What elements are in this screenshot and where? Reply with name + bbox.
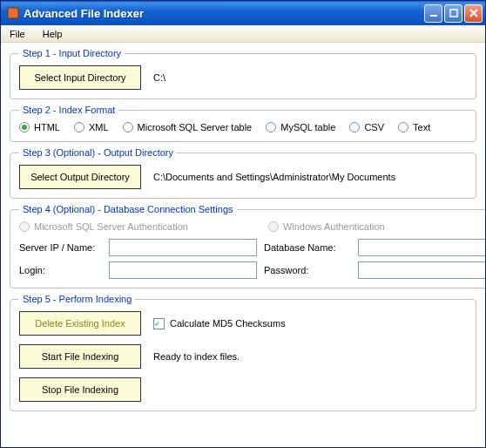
database-input[interactable] xyxy=(358,239,485,256)
close-button[interactable] xyxy=(464,4,483,23)
delete-existing-index-button[interactable]: Delete Existing Index xyxy=(19,311,141,336)
step5-legend: Step 5 - Perform Indexing xyxy=(19,294,135,304)
start-file-indexing-button[interactable]: Start File Indexing xyxy=(19,344,141,369)
stop-file-indexing-button[interactable]: Stop File Indexing xyxy=(19,377,141,402)
window-buttons xyxy=(424,4,483,23)
radio-mysql[interactable]: MySQL table xyxy=(266,122,335,132)
radio-csv[interactable]: CSV xyxy=(349,122,384,132)
step5-group: Step 5 - Perform Indexing Delete Existin… xyxy=(10,294,476,411)
login-input[interactable] xyxy=(109,261,257,279)
status-text: Ready to index files. xyxy=(153,351,240,362)
radio-dot-icon xyxy=(74,122,84,132)
password-input[interactable] xyxy=(358,261,485,279)
step2-legend: Step 2 - Index Format xyxy=(19,105,118,115)
svg-rect-1 xyxy=(430,15,437,17)
database-label: Database Name: xyxy=(264,242,351,253)
radio-dot-icon xyxy=(349,122,360,132)
select-input-directory-button[interactable]: Select Input Directory xyxy=(19,65,141,90)
step3-group: Step 3 (Optional) - Output Directory Sel… xyxy=(10,147,476,199)
radio-dot-icon xyxy=(268,221,279,232)
radio-dot-icon xyxy=(123,122,133,132)
minimize-button[interactable] xyxy=(424,4,442,23)
radio-dot-icon xyxy=(266,122,276,132)
select-output-directory-button[interactable]: Select Output Directory xyxy=(19,165,141,189)
app-window: Advanced File Indexer File Help Step 1 -… xyxy=(0,0,486,448)
radio-dot-icon xyxy=(19,221,30,232)
checkbox-icon xyxy=(153,318,165,329)
radio-label: Microsoft SQL Server table xyxy=(138,122,253,132)
maximize-button[interactable] xyxy=(444,4,462,23)
radio-label: CSV xyxy=(364,122,384,132)
app-icon xyxy=(6,6,20,20)
content-area: Step 1 - Input Directory Select Input Di… xyxy=(1,43,485,447)
step4-legend: Step 4 (Optional) - Database Connection … xyxy=(19,204,237,214)
server-label: Server IP / Name: xyxy=(19,242,102,253)
menubar: File Help xyxy=(1,25,485,43)
radio-label: XML xyxy=(89,122,109,132)
radio-dot-icon xyxy=(398,122,408,132)
step1-legend: Step 1 - Input Directory xyxy=(19,48,125,58)
radio-label: Text xyxy=(413,122,430,132)
window-title: Advanced File Indexer xyxy=(24,7,424,20)
step2-group: Step 2 - Index Format HTML XML Microsoft… xyxy=(10,105,476,142)
md5-checkbox[interactable]: Calculate MD5 Checksums xyxy=(153,318,286,329)
output-directory-path: C:\Documents and Settings\Administrator\… xyxy=(153,172,395,182)
radio-xml[interactable]: XML xyxy=(74,122,109,132)
radio-win-auth: Windows Authentication xyxy=(268,221,385,232)
radio-label: HTML xyxy=(34,122,60,132)
radio-dot-icon xyxy=(19,122,30,132)
radio-text[interactable]: Text xyxy=(398,122,430,132)
server-input[interactable] xyxy=(109,239,257,256)
svg-rect-2 xyxy=(450,10,457,17)
step4-group: Step 4 (Optional) - Database Connection … xyxy=(10,204,485,288)
radio-label: Windows Authentication xyxy=(283,221,385,232)
menu-file[interactable]: File xyxy=(4,27,30,41)
step1-group: Step 1 - Input Directory Select Input Di… xyxy=(10,48,476,99)
svg-rect-0 xyxy=(8,8,18,18)
radio-mssql[interactable]: Microsoft SQL Server table xyxy=(123,122,253,132)
radio-sql-auth: Microsoft SQL Server Authentication xyxy=(19,221,188,232)
radio-html[interactable]: HTML xyxy=(19,122,60,132)
password-label: Password: xyxy=(264,265,351,275)
input-directory-path: C:\ xyxy=(153,72,165,83)
radio-label: Microsoft SQL Server Authentication xyxy=(34,221,188,232)
titlebar: Advanced File Indexer xyxy=(1,1,485,25)
radio-label: MySQL table xyxy=(280,122,335,132)
login-label: Login: xyxy=(19,265,102,275)
step3-legend: Step 3 (Optional) - Output Directory xyxy=(19,147,177,158)
menu-help[interactable]: Help xyxy=(37,27,68,41)
md5-label: Calculate MD5 Checksums xyxy=(170,318,286,329)
